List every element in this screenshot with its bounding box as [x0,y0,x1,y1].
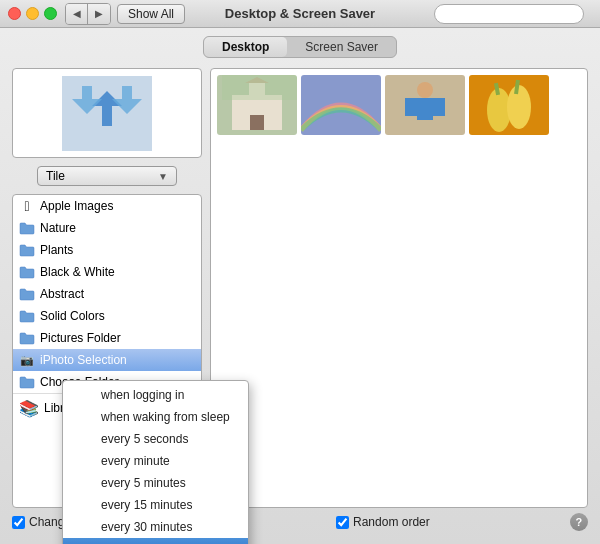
svg-point-15 [507,85,531,129]
back-button[interactable]: ◀ [66,4,88,24]
sidebar-item-solid[interactable]: Solid Colors [13,305,201,327]
sidebar-item-pictures[interactable]: Pictures Folder [13,327,201,349]
dropdown-menu: when logging in when waking from sleep e… [62,380,249,544]
layout-select-arrow: ▼ [158,171,168,182]
tabs-row: Desktop Screen Saver [12,36,588,58]
folder-icon [19,286,35,302]
title-bar: ◀ ▶ Show All Desktop & Screen Saver [0,0,600,28]
sidebar-item-nature[interactable]: Nature [13,217,201,239]
image-thumb-1[interactable] [217,75,297,135]
random-order-label[interactable]: Random order [336,515,430,529]
sidebar-item-plants[interactable]: Plants [13,239,201,261]
tile-select-row: Tile ▼ [12,166,202,186]
dropdown-item-1min[interactable]: every minute [63,450,248,472]
folder-icon [19,264,35,280]
dropdown-item-15min[interactable]: every 15 minutes [63,494,248,516]
folder-icon [19,374,35,390]
layout-select-value: Tile [46,169,65,183]
dropdown-item-30min[interactable]: every 30 minutes [63,516,248,538]
minimize-button[interactable] [26,7,39,20]
dropdown-item-label: every minute [101,454,170,468]
dropdown-item-5sec[interactable]: every 5 seconds [63,428,248,450]
sidebar-item-apple[interactable]:  Apple Images [13,195,201,217]
sidebar-label: Abstract [40,287,84,301]
show-all-button[interactable]: Show All [117,4,185,24]
sidebar-label: Apple Images [40,199,113,213]
dropdown-item-label: every 5 seconds [101,432,188,446]
change-picture-checkbox[interactable] [12,516,25,529]
search-input[interactable] [443,7,575,21]
svg-rect-5 [250,115,264,130]
folder-icon [19,242,35,258]
sidebar-label: Black & White [40,265,115,279]
sidebar-item-bw[interactable]: Black & White [13,261,201,283]
sidebar-label: Plants [40,243,73,257]
close-button[interactable] [8,7,21,20]
dropdown-item-label: when waking from sleep [101,410,230,424]
library-icon: 📚 [19,398,39,418]
sidebar-label: Nature [40,221,76,235]
tab-group: Desktop Screen Saver [203,36,397,58]
dropdown-item-label: every 5 minutes [101,476,186,490]
dropdown-item-label: every 30 minutes [101,520,192,534]
dropdown-item-wake[interactable]: when waking from sleep [63,406,248,428]
svg-rect-6 [222,75,297,100]
image-thumb-4[interactable] [469,75,549,135]
preview-image [62,76,152,151]
toolbar: ◀ ▶ Show All [65,3,185,25]
help-button[interactable]: ? [570,513,588,531]
sidebar-label: iPhoto Selection [40,353,127,367]
tab-desktop[interactable]: Desktop [204,37,287,57]
apple-icon:  [19,198,35,214]
random-order-checkbox[interactable] [336,516,349,529]
svg-rect-10 [417,98,433,120]
random-order-text: Random order [353,515,430,529]
sidebar-item-abstract[interactable]: Abstract [13,283,201,305]
dropdown-item-label: when logging in [101,388,184,402]
svg-rect-11 [405,98,417,116]
sidebar-item-iphoto[interactable]: 📷 iPhoto Selection [13,349,201,371]
folder-icon [19,330,35,346]
iphoto-icon: 📷 [19,352,35,368]
forward-button[interactable]: ▶ [88,4,110,24]
image-grid [210,68,588,508]
nav-group: ◀ ▶ [65,3,111,25]
sidebar-label: Pictures Folder [40,331,121,345]
dropdown-item-label: every 15 minutes [101,498,192,512]
folder-icon [19,220,35,236]
tab-screensaver[interactable]: Screen Saver [287,37,396,57]
right-panel [210,68,588,508]
layout-select[interactable]: Tile ▼ [37,166,177,186]
dropdown-item-login[interactable]: when logging in [63,384,248,406]
maximize-button[interactable] [44,7,57,20]
dropdown-item-hour[interactable]: ✓ every hour [63,538,248,544]
sidebar-label: Solid Colors [40,309,105,323]
search-box[interactable] [434,4,584,24]
window-buttons [8,7,57,20]
preview-box [12,68,202,158]
image-thumb-3[interactable] [385,75,465,135]
folder-icon [19,308,35,324]
dropdown-item-5min[interactable]: every 5 minutes [63,472,248,494]
image-thumb-2[interactable] [301,75,381,135]
svg-point-9 [417,82,433,98]
svg-rect-12 [433,98,445,116]
window-title: Desktop & Screen Saver [225,6,375,21]
